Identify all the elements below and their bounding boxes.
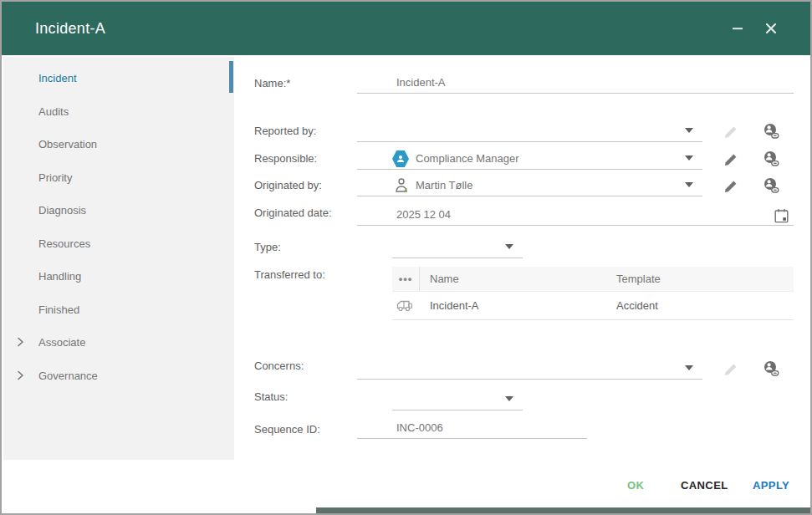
pencil-icon — [723, 180, 738, 194]
sidebar-item-label: Priority — [38, 171, 72, 184]
close-button[interactable] — [759, 17, 783, 40]
title-bar: Incident-A — [2, 2, 810, 55]
sidebar-item-observation[interactable]: Observation — [3, 127, 234, 161]
user-outline-icon — [394, 177, 409, 197]
sidebar-item-resources[interactable]: Resources — [3, 227, 234, 260]
ambulance-icon — [396, 299, 413, 312]
sidebar-item-label: Incident — [38, 72, 77, 84]
pencil-icon — [723, 125, 738, 140]
sidebar-item-label: Associate — [38, 336, 85, 349]
type-dropdown[interactable] — [392, 237, 523, 258]
name-input[interactable]: Incident-A — [357, 72, 794, 94]
sidebar-item-diagnosis[interactable]: Diagnosis — [3, 193, 234, 227]
transferred-to-table: ••• Name Template Incident-A Accident — [392, 267, 794, 320]
associate-originated-by-button[interactable] — [762, 176, 780, 195]
ok-button[interactable]: OK — [627, 479, 644, 492]
sidebar-item-label: Handling — [38, 270, 81, 283]
minimize-button[interactable] — [726, 17, 749, 40]
chevron-right-icon — [13, 369, 27, 382]
name-value: Incident-A — [357, 76, 446, 89]
dropdown-arrow-icon[interactable] — [505, 244, 513, 249]
sequence-id-label: Sequence ID: — [254, 423, 320, 436]
background-window-edge — [316, 507, 810, 513]
reported-by-label: Reported by: — [254, 125, 316, 137]
sidebar-item-label: Finished — [38, 303, 79, 316]
edit-concerns-button[interactable] — [721, 360, 739, 379]
table-menu-button[interactable]: ••• — [392, 267, 420, 291]
responsible-value: Compliance Manager — [416, 152, 519, 165]
globe-link-icon — [763, 123, 779, 140]
sidebar-item-governance[interactable]: Governance — [3, 359, 234, 392]
dropdown-arrow-icon[interactable] — [685, 128, 693, 133]
originated-by-label: Originated by: — [254, 179, 322, 191]
pencil-icon — [723, 363, 738, 377]
sidebar-item-finished[interactable]: Finished — [3, 293, 234, 326]
status-label: Status: — [254, 390, 288, 403]
sidebar-item-incident[interactable]: Incident — [3, 61, 234, 94]
edit-originated-by-button[interactable] — [721, 177, 739, 196]
table-header-row: ••• Name Template — [392, 267, 794, 292]
pencil-icon — [723, 153, 738, 167]
row-name-cell: Incident-A — [420, 299, 605, 312]
incident-dialog: Incident-A Incident Audits Observation P… — [0, 0, 812, 515]
table-row[interactable]: Incident-A Accident — [392, 292, 794, 320]
sidebar-item-handling[interactable]: Handling — [3, 259, 234, 293]
transferred-to-label: Transferred to: — [254, 268, 325, 281]
concerns-dropdown[interactable] — [357, 358, 702, 380]
sidebar-item-label: Diagnosis — [38, 204, 86, 217]
reported-by-dropdown[interactable] — [357, 120, 702, 142]
originated-date-label: Originated date: — [254, 207, 332, 219]
row-template-cell: Accident — [605, 299, 794, 312]
originated-by-dropdown[interactable]: Martin Tølle — [357, 175, 702, 196]
responsible-dropdown[interactable]: Compliance Manager — [357, 148, 702, 170]
originated-date-value: 2025 12 04 — [357, 208, 451, 221]
grid-menu-icon: ••• — [399, 273, 413, 284]
edit-responsible-button[interactable] — [721, 150, 739, 169]
name-label: Name:* — [254, 77, 290, 89]
globe-link-icon — [763, 360, 779, 377]
originated-date-input[interactable]: 2025 12 04 — [357, 204, 794, 226]
sidebar-item-label: Observation — [38, 138, 97, 150]
edit-reported-by-button[interactable] — [721, 123, 739, 141]
form-area: Name:* Incident-A Reported by: Respons — [234, 55, 809, 512]
selected-tab-indicator — [229, 61, 233, 93]
status-dropdown[interactable] — [392, 389, 523, 410]
globe-link-icon — [763, 177, 779, 194]
calendar-button[interactable] — [772, 207, 790, 225]
chevron-right-icon — [13, 335, 27, 349]
sidebar-item-audits[interactable]: Audits — [3, 94, 234, 128]
row-icon-cell — [392, 292, 420, 319]
sidebar-nav: Incident Audits Observation Priority Dia… — [3, 57, 234, 460]
globe-link-icon — [763, 150, 779, 167]
type-label: Type: — [254, 241, 281, 253]
sequence-id-value: INC-0006 — [357, 421, 443, 434]
dropdown-arrow-icon[interactable] — [685, 156, 693, 161]
associate-concerns-button[interactable] — [762, 359, 780, 378]
calendar-icon — [774, 208, 789, 223]
dropdown-arrow-icon[interactable] — [505, 396, 513, 401]
sidebar-item-priority[interactable]: Priority — [3, 161, 234, 194]
sidebar-item-label: Governance — [38, 370, 98, 382]
originated-by-value: Martin Tølle — [416, 179, 472, 191]
apply-button[interactable]: APPLY — [753, 479, 789, 492]
dropdown-arrow-icon[interactable] — [685, 182, 693, 187]
associate-responsible-button[interactable] — [762, 150, 780, 168]
concerns-label: Concerns: — [254, 359, 304, 372]
sidebar-item-label: Resources — [38, 237, 90, 250]
dropdown-arrow-icon[interactable] — [685, 365, 693, 370]
close-icon — [765, 23, 777, 34]
column-header-template[interactable]: Template — [605, 273, 794, 285]
sidebar-item-associate[interactable]: Associate — [3, 325, 234, 359]
associate-reported-by-button[interactable] — [762, 122, 780, 140]
sequence-id-input[interactable]: INC-0006 — [357, 417, 587, 439]
cancel-button[interactable]: CANCEL — [681, 479, 728, 492]
sidebar-item-label: Audits — [38, 105, 69, 118]
user-badge-icon — [392, 150, 409, 168]
column-header-name[interactable]: Name — [420, 273, 605, 285]
minimize-icon — [732, 23, 743, 34]
dialog-title: Incident-A — [35, 20, 105, 38]
responsible-label: Responsible: — [254, 152, 317, 165]
